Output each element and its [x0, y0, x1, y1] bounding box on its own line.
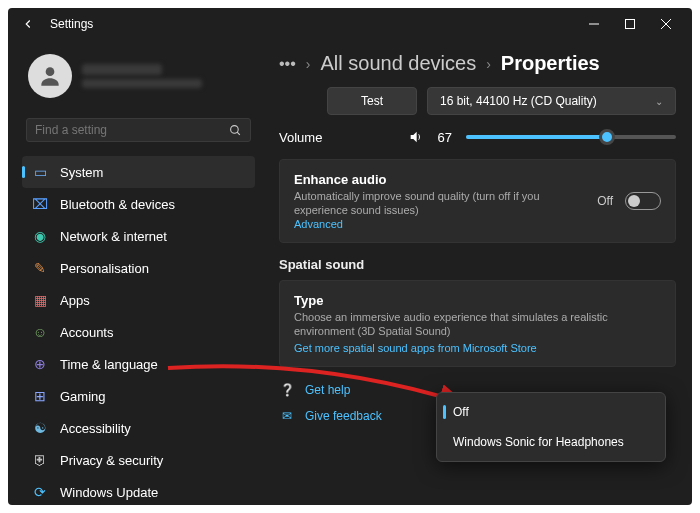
- accessibility-icon: ☯: [32, 420, 48, 436]
- svg-line-6: [237, 132, 240, 135]
- sidebar-item-personalisation[interactable]: ✎Personalisation: [22, 252, 255, 284]
- enhance-sub: Automatically improve sound quality (tur…: [294, 189, 585, 218]
- breadcrumb-more[interactable]: •••: [279, 55, 296, 73]
- sidebar-item-label: System: [60, 165, 103, 180]
- sidebar-item-accessibility[interactable]: ☯Accessibility: [22, 412, 255, 444]
- breadcrumb: ••• › All sound devices › Properties: [263, 44, 692, 87]
- chevron-right-icon: ›: [306, 56, 311, 72]
- volume-value: 67: [438, 130, 452, 145]
- format-dropdown[interactable]: 16 bit, 44100 Hz (CD Quality) ⌄: [427, 87, 676, 115]
- update-icon: ⟳: [32, 484, 48, 500]
- spatial-type-card[interactable]: Type Choose an immersive audio experienc…: [279, 280, 676, 368]
- settings-window: Settings ▭System ⌧Bluetooth: [8, 8, 692, 505]
- sidebar-item-label: Bluetooth & devices: [60, 197, 175, 212]
- sidebar-item-label: Time & language: [60, 357, 158, 372]
- spatial-section-title: Spatial sound: [263, 253, 692, 280]
- main-content: ••• › All sound devices › Properties Tes…: [263, 40, 692, 505]
- chevron-right-icon: ›: [486, 56, 491, 72]
- search-box[interactable]: [26, 118, 251, 142]
- breadcrumb-parent[interactable]: All sound devices: [320, 52, 476, 75]
- sidebar-item-label: Apps: [60, 293, 90, 308]
- page-title: Properties: [501, 52, 600, 75]
- volume-row: Volume 67: [263, 129, 692, 159]
- sidebar-item-network[interactable]: ◉Network & internet: [22, 220, 255, 252]
- sidebar-item-label: Gaming: [60, 389, 106, 404]
- sidebar-item-label: Accessibility: [60, 421, 131, 436]
- search-input[interactable]: [35, 123, 229, 137]
- bluetooth-icon: ⌧: [32, 196, 48, 212]
- sidebar-item-time[interactable]: ⊕Time & language: [22, 348, 255, 380]
- enhance-audio-card[interactable]: Enhance audio Automatically improve soun…: [279, 159, 676, 243]
- help-label: Get help: [305, 383, 350, 397]
- sidebar-item-label: Windows Update: [60, 485, 158, 500]
- minimize-button[interactable]: [576, 10, 612, 38]
- globe-icon: ⊕: [32, 356, 48, 372]
- sidebar-item-label: Accounts: [60, 325, 113, 340]
- dropdown-option-off[interactable]: Off: [441, 397, 661, 427]
- volume-slider[interactable]: [466, 135, 676, 139]
- gamepad-icon: ⊞: [32, 388, 48, 404]
- brush-icon: ✎: [32, 260, 48, 276]
- sidebar-item-update[interactable]: ⟳Windows Update: [22, 476, 255, 505]
- apps-icon: ▦: [32, 292, 48, 308]
- sidebar-item-system[interactable]: ▭System: [22, 156, 255, 188]
- spatial-store-link[interactable]: Get more spatial sound apps from Microso…: [294, 342, 661, 354]
- spatial-sub: Choose an immersive audio experience tha…: [294, 310, 661, 339]
- sidebar-item-accounts[interactable]: ☺Accounts: [22, 316, 255, 348]
- feedback-label: Give feedback: [305, 409, 382, 423]
- profile-block[interactable]: [22, 50, 255, 112]
- avatar: [28, 54, 72, 98]
- sidebar-item-label: Personalisation: [60, 261, 149, 276]
- feedback-icon: ✉: [279, 409, 295, 423]
- enhance-toggle[interactable]: [625, 192, 661, 210]
- volume-label: Volume: [279, 130, 394, 145]
- enhance-advanced-link[interactable]: Advanced: [294, 218, 585, 230]
- sidebar: ▭System ⌧Bluetooth & devices ◉Network & …: [8, 40, 263, 505]
- close-button[interactable]: [648, 10, 684, 38]
- wifi-icon: ◉: [32, 228, 48, 244]
- svg-rect-1: [626, 20, 635, 29]
- speaker-icon[interactable]: [408, 129, 424, 145]
- sidebar-item-bluetooth[interactable]: ⌧Bluetooth & devices: [22, 188, 255, 220]
- spatial-dropdown-menu: Off Windows Sonic for Headphones: [436, 392, 666, 462]
- chevron-down-icon: ⌄: [655, 96, 663, 107]
- window-title: Settings: [50, 17, 93, 31]
- sidebar-item-privacy[interactable]: ⛨Privacy & security: [22, 444, 255, 476]
- sidebar-item-label: Network & internet: [60, 229, 167, 244]
- enhance-title: Enhance audio: [294, 172, 585, 187]
- maximize-button[interactable]: [612, 10, 648, 38]
- help-icon: ❔: [279, 383, 295, 397]
- person-icon: ☺: [32, 324, 48, 340]
- search-icon: [229, 124, 242, 137]
- shield-icon: ⛨: [32, 452, 48, 468]
- back-button[interactable]: [16, 12, 40, 36]
- test-button[interactable]: Test: [327, 87, 417, 115]
- svg-point-5: [231, 125, 239, 133]
- sidebar-item-label: Privacy & security: [60, 453, 163, 468]
- system-icon: ▭: [32, 164, 48, 180]
- titlebar: Settings: [8, 8, 692, 40]
- svg-point-4: [46, 67, 55, 76]
- sidebar-item-apps[interactable]: ▦Apps: [22, 284, 255, 316]
- sidebar-item-gaming[interactable]: ⊞Gaming: [22, 380, 255, 412]
- toggle-label: Off: [597, 194, 613, 208]
- dropdown-option-sonic[interactable]: Windows Sonic for Headphones: [441, 427, 661, 457]
- spatial-title: Type: [294, 293, 661, 308]
- format-label: 16 bit, 44100 Hz (CD Quality): [440, 94, 597, 108]
